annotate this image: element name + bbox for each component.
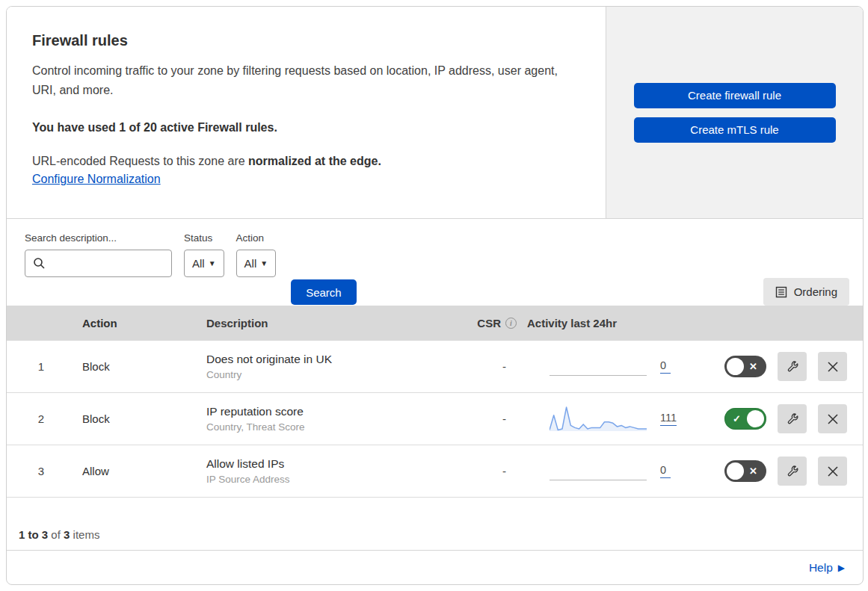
delete-rule-button[interactable] [818,404,847,433]
ordering-button[interactable]: Ordering [763,278,849,306]
usage-notice: You have used 1 of 20 active Firewall ru… [32,121,580,134]
page-title: Firewall rules [32,32,580,49]
edit-rule-button[interactable] [778,404,807,433]
filter-bar: Search description... Status All ▼ Actio… [7,219,863,306]
help-bar: Help ▶ [7,550,863,584]
search-button[interactable]: Search [291,279,357,305]
search-input[interactable] [25,250,172,277]
total-text: 3 [64,528,70,541]
activity-count-link[interactable]: 111 [660,412,677,426]
rule-action: Block [76,412,206,425]
row-controls: ✓ ✕ [702,352,863,381]
status-label: Status [184,232,224,244]
toggle-knob [747,410,764,427]
rule-description-cell: Allow listed IPs IP Source Address [206,457,449,485]
rule-csr-value: - [502,412,523,425]
rule-csr-value: - [502,465,523,477]
x-icon [827,413,839,425]
delete-rule-button[interactable] [818,352,847,381]
search-label: Search description... [25,232,172,244]
rule-action: Allow [76,465,206,477]
activity-count-link[interactable]: 0 [660,359,671,374]
header-section: Firewall rules Control incoming traffic … [7,7,863,219]
header-action: Action [76,317,206,329]
rule-csr-value: - [502,360,523,373]
header-activity: Activity last 24hr [523,317,702,329]
help-label: Help [809,561,833,575]
activity-cell: 0 [523,352,702,382]
action-label: Action [236,232,277,244]
rule-description-cell: IP reputation score Country, Threat Scor… [206,405,449,433]
table-header-row: Action Description CSR i Activity last 2… [7,306,863,341]
rule-description: IP reputation score [206,405,449,418]
rule-priority: 2 [38,412,44,425]
rule-description: Does not originate in UK [206,353,449,366]
configure-normalization-link[interactable]: Configure Normalization [32,173,161,186]
rule-fields: Country [206,369,449,380]
toggle-knob [727,358,744,375]
edit-rule-button[interactable] [778,457,807,486]
x-icon [827,361,839,373]
info-icon[interactable]: i [505,318,517,329]
header-csr: CSR i [477,317,523,329]
search-group: Search description... [25,232,172,277]
action-filter-group: Action All ▼ [236,232,277,277]
status-toggle[interactable]: ✓ ✕ [724,356,766,377]
status-toggle[interactable]: ✓ ✕ [724,460,766,482]
page-description: Control incoming traffic to your zone by… [32,61,570,100]
edit-rule-button[interactable] [778,352,807,381]
normalization-text: URL-encoded Requests to this zone are no… [32,155,580,168]
activity-cell: 0 [523,457,702,486]
normalization-prefix: URL-encoded Requests to this zone are [32,155,248,167]
rule-description-cell: Does not originate in UK Country [206,353,449,380]
status-filter-group: Status All ▼ [184,232,224,277]
toggle-knob [727,462,744,480]
wrench-icon [786,465,799,478]
rule-priority: 3 [38,465,44,477]
create-mtls-rule-button[interactable]: Create mTLS rule [634,117,836,143]
action-value: All [244,257,257,270]
csr-label: CSR [477,317,501,329]
status-dropdown[interactable]: All ▼ [184,250,224,277]
status-value: All [192,257,205,270]
rule-fields: Country, Threat Score [206,421,449,433]
row-controls: ✓ ✕ [702,457,863,486]
activity-count-link[interactable]: 0 [660,464,671,478]
ordering-label: Ordering [794,285,837,298]
activity-sparkline [550,404,647,434]
rules-table: Action Description CSR i Activity last 2… [7,306,863,498]
activity-cell: 111 [523,404,702,434]
rule-action: Block [76,360,206,373]
help-link[interactable]: Help ▶ [809,561,845,575]
x-icon: ✕ [749,460,757,482]
wrench-icon [786,360,799,374]
firewall-rules-card: Firewall rules Control incoming traffic … [6,6,864,585]
of-text: of [48,528,64,541]
list-document-icon [775,286,787,298]
create-firewall-rule-button[interactable]: Create firewall rule [634,83,836,108]
normalization-bold: normalized at the edge. [248,155,381,167]
check-icon: ✓ [733,408,741,430]
status-toggle[interactable]: ✓ ✕ [724,408,766,430]
rule-description: Allow listed IPs [206,457,449,471]
rule-priority: 1 [38,360,44,373]
chevron-down-icon: ▼ [260,260,268,267]
range-text: 1 to 3 [19,528,48,541]
chevron-down-icon: ▼ [209,260,216,267]
table-row: 3 Allow Allow listed IPs IP Source Addre… [7,445,863,498]
activity-sparkline [550,457,647,486]
actions-panel: Create firewall rule Create mTLS rule [606,7,863,218]
table-row: 1 Block Does not originate in UK Country… [7,341,863,393]
header-content: Firewall rules Control incoming traffic … [7,7,606,218]
x-icon: ✕ [749,356,757,377]
delete-rule-button[interactable] [818,457,847,486]
arrow-right-icon: ▶ [838,563,845,573]
row-controls: ✓ ✕ [702,404,863,433]
items-text: items [70,528,99,541]
x-icon [827,465,839,477]
action-dropdown[interactable]: All ▼ [236,250,277,277]
table-row: 2 Block IP reputation score Country, Thr… [7,393,863,445]
activity-sparkline [550,352,647,382]
rule-fields: IP Source Address [206,474,449,485]
wrench-icon [786,412,799,426]
